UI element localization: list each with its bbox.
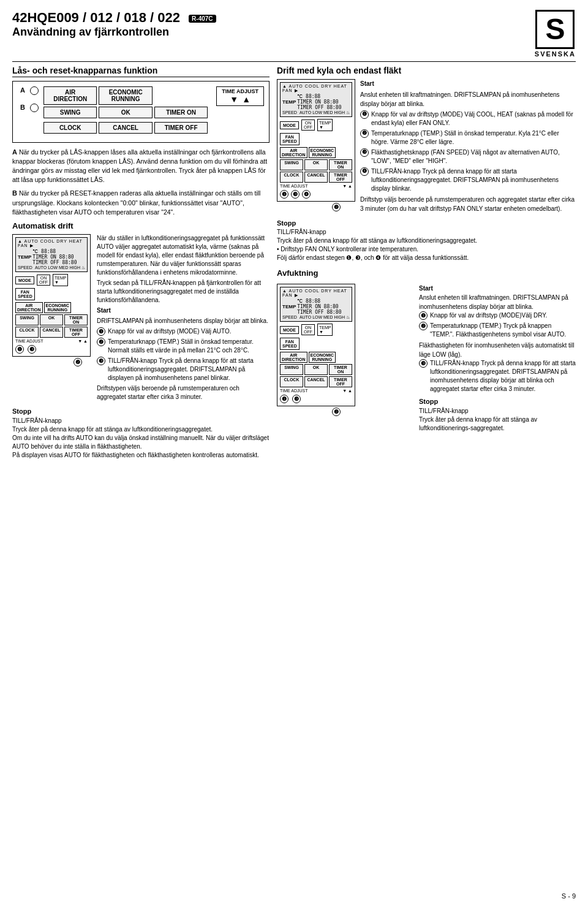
circle-b: [30, 104, 39, 112]
avfukt-swing[interactable]: SWING: [280, 364, 303, 375]
arrow-up[interactable]: ▲: [242, 94, 251, 104]
drift-fan-speed[interactable]: FANSPEED: [280, 133, 300, 145]
drift-swing[interactable]: SWING: [280, 159, 303, 170]
drift-on-off[interactable]: ON OFF: [301, 120, 315, 131]
remote-row2: SWING OK TIMER ON: [43, 107, 208, 118]
drift-fan-opts: AUTO LOW MED HIGH ♨: [300, 110, 350, 115]
remote-diagram-top: A B AIRDIRECTION ECONOMICRUNNING: [12, 81, 270, 143]
drift-center-btns: MODE ON OFF TEMP▼: [280, 119, 352, 131]
avfukt-clock-btn[interactable]: CLOCK: [280, 376, 303, 387]
mini-on-off[interactable]: ON OFF: [37, 275, 50, 286]
drift-air-dir[interactable]: AIRDIRECTION: [280, 147, 307, 158]
drift-timer-on-btn[interactable]: TIMER ON: [329, 159, 352, 170]
clock-btn[interactable]: CLOCK: [43, 122, 97, 134]
avfukt-speed-label: SPEED: [282, 315, 297, 320]
avfukt-ok[interactable]: OK: [304, 364, 328, 375]
arrow-down[interactable]: ▼: [230, 94, 238, 104]
cancel-btn[interactable]: CANCEL: [99, 122, 152, 134]
mini-economic-btn[interactable]: ECONOMICRUNNING: [44, 302, 72, 313]
mini-swing-btn[interactable]: SWING: [15, 314, 39, 325]
time-adjust-arrows: ▼ ▲: [222, 94, 258, 104]
swing-btn[interactable]: SWING: [43, 107, 97, 118]
label-b: B: [20, 104, 25, 111]
avfukt-timer-on-btn[interactable]: TIMER ON: [329, 364, 352, 375]
drift-layout: ▲ AUTO COOL DRY HEAT FAN ▶ TEMP ℃ 88:88 …: [277, 79, 576, 215]
speed-label: SPEED: [18, 265, 32, 270]
drift-clock-val: ℃ 88:88: [297, 94, 341, 99]
mini-timer-off-btn[interactable]: TIMER OFF: [64, 327, 88, 338]
avfukt-temp-btn[interactable]: TEMP▼: [317, 324, 333, 336]
mini-air-dir-btn[interactable]: AIRDIRECTION: [15, 302, 43, 313]
avfukt-stopp: Stopp TILL/FRÅN-knapp Tryck åter på denn…: [419, 397, 576, 432]
left-column: Lås- och reset-knapparnas funktion A B: [12, 66, 270, 460]
drift-clock-btn[interactable]: CLOCK: [280, 172, 303, 183]
drift-remote: ▲ AUTO COOL DRY HEAT FAN ▶ TEMP ℃ 88:88 …: [277, 79, 355, 215]
avfukt-timer-off-btn[interactable]: TIMER OFF: [329, 376, 352, 387]
display-bottom-row: SPEED AUTO LOW MED HIGH ♨: [18, 265, 85, 270]
drift-display-main: TEMP ℃ 88:88 TIMER ON 88:80 TIMER OFF 88…: [282, 94, 350, 110]
time-adjust-area: TIME ADJUST ▼ ▲: [216, 86, 264, 106]
avfukt-mode-btn[interactable]: MODE: [280, 326, 299, 334]
timer-on-btn[interactable]: TIMER ON: [154, 107, 208, 118]
brand-s-logo: S: [535, 10, 575, 49]
mini-cancel-btn[interactable]: CANCEL: [40, 327, 63, 338]
drift-econ[interactable]: ECONOMICRUNNING: [309, 147, 336, 158]
timer-off-btn[interactable]: TIMER OFF: [154, 122, 208, 134]
mini-arrows[interactable]: ▼ ▲: [78, 339, 88, 343]
avfukt-cancel-btn[interactable]: CANCEL: [304, 376, 328, 387]
drift-stopp: Stopp TILL/FRÅN-knapp Tryck åter på denn…: [277, 219, 576, 262]
avfukt-start-label: Start: [419, 285, 433, 292]
avfukt-btn-grid3: CLOCK CANCEL TIMER OFF: [280, 376, 352, 387]
avfukt-time-label: TIME ADJUST: [280, 389, 308, 393]
drift-time-label: TIME ADJUST: [280, 184, 308, 188]
avfukt-circle-3: ❸: [292, 395, 301, 403]
avfukt-on-off[interactable]: ON OFF: [301, 324, 315, 335]
drift-start-label: Start: [360, 80, 374, 87]
drift-cancel-btn[interactable]: CANCEL: [304, 172, 328, 183]
mini-temp-btn[interactable]: TEMP▼: [53, 274, 68, 286]
step1-num: ❶: [97, 327, 105, 336]
step2-text: Temperaturknapp (TEMP.) Ställ in önskad …: [108, 338, 270, 355]
mini-clock-btn[interactable]: CLOCK: [15, 327, 39, 338]
mini-empty: [72, 302, 88, 313]
clock-val: ℃ 88:88: [32, 249, 77, 254]
avfukt-fan-speed[interactable]: FANSPEED: [280, 338, 300, 350]
drift-step3: ❸ Fläkthastighetsknapp (FAN SPEED) Välj …: [360, 148, 576, 165]
mini-ok-btn[interactable]: OK: [40, 314, 63, 325]
step1-text: Knapp för val av driftstyp (MODE) Välj A…: [108, 327, 270, 336]
avfukt-stopp-desc: Tryck åter på denna knapp för att stänga…: [419, 416, 576, 433]
mini-circles: ❶ ❸: [15, 345, 88, 354]
drift-stopp-title: Stopp: [277, 219, 576, 228]
avfukt-econ[interactable]: ECONOMICRUNNING: [309, 352, 336, 363]
drift-mode-btn[interactable]: MODE: [280, 121, 299, 129]
auto-stopp: Stopp TILL/FRÅN-knapp Tryck åter på denn…: [12, 407, 270, 459]
desc-b-text: När du trycker på RESET-knappen raderas …: [12, 189, 260, 215]
air-direction-btn[interactable]: AIRDIRECTION: [43, 86, 97, 105]
auto-drift-info: Driftstypen väljs beroende på rumstemper…: [97, 384, 270, 401]
drift-circles-row: ❶ ❸ ❹: [280, 190, 352, 199]
avfukt-air-dir[interactable]: AIRDIRECTION: [280, 352, 307, 363]
ok-btn[interactable]: OK: [99, 107, 152, 118]
step2-num: ❷: [97, 338, 105, 346]
drift-ok[interactable]: OK: [304, 159, 328, 170]
drift-display: ▲ AUTO COOL DRY HEAT FAN ▶ TEMP ℃ 88:88 …: [280, 82, 352, 117]
drift-timer-off: TIMER OFF 88:80: [297, 105, 341, 110]
mini-time-label: TIME ADJUST: [15, 339, 43, 343]
avfukt-arrows[interactable]: ▼ ▲: [342, 389, 352, 393]
drift-timer-off-btn[interactable]: TIMER OFF: [329, 172, 352, 183]
avfukt-timer-off: TIMER OFF 88:80: [297, 309, 341, 315]
avfukt-mini-remote: ▲ AUTO COOL DRY HEAT FAN ▶ TEMP ℃ 88:88 …: [277, 284, 355, 406]
economic-running-btn[interactable]: ECONOMICRUNNING: [99, 86, 152, 105]
drift-arrows[interactable]: ▼ ▲: [342, 184, 352, 188]
avfukt-step1: ❶ Knapp för val av driftstyp (MODE)Välj …: [419, 311, 576, 320]
avfukt-layout: ▲ AUTO COOL DRY HEAT FAN ▶ TEMP ℃ 88:88 …: [277, 284, 576, 432]
auto-layout: ▲ AUTO COOL DRY HEAT FAN ▶ TEMP ℃ 88:88 …: [12, 234, 270, 403]
avfukt-display-icons: ▲ AUTO COOL DRY HEAT FAN ▶: [282, 289, 350, 298]
avfukt-btn-grid2: SWING OK TIMER ON: [280, 364, 352, 375]
off-label: OFF: [39, 280, 48, 284]
drift-temp-btn[interactable]: TEMP▼: [317, 119, 333, 131]
auto-step1: Tryck sedan på TILL/FRÅN-knappen på fjär…: [97, 279, 270, 305]
mini-fan-speed-btn[interactable]: FANSPEED: [15, 288, 35, 300]
mini-mode-btn[interactable]: MODE: [15, 276, 34, 284]
mini-timer-on-btn[interactable]: TIMER ON: [64, 314, 88, 325]
